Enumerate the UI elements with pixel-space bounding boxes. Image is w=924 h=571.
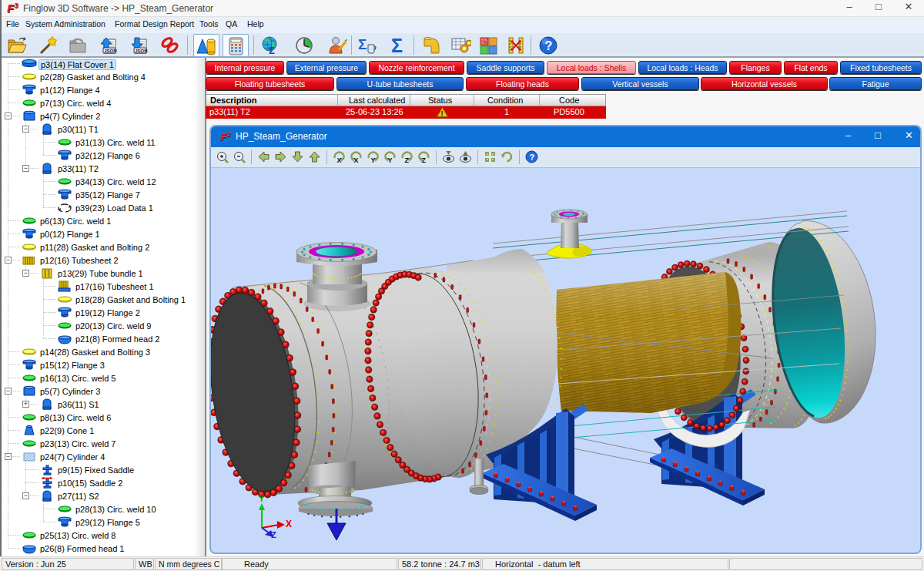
svg-text:Z: Z (422, 156, 427, 163)
svg-text:X: X (286, 519, 292, 529)
svg-text:Z: Z (271, 530, 276, 539)
svg-text:Y: Y (259, 494, 265, 503)
svg-text:Y: Y (388, 156, 393, 163)
svg-text:X: X (354, 156, 359, 163)
svg-text:Y: Y (371, 156, 376, 163)
svg-text:Σ: Σ (358, 36, 367, 52)
svg-text:?: ? (530, 153, 535, 162)
svg-text:JSON: JSON (104, 49, 116, 53)
svg-text:Σ: Σ (391, 35, 403, 56)
svg-text:JSON: JSON (135, 49, 147, 53)
svg-text:Z: Z (405, 156, 410, 163)
svg-text:!: ! (441, 109, 444, 117)
svg-text:X: X (337, 156, 342, 163)
svg-text:Σ: Σ (269, 45, 275, 56)
svg-text:?: ? (545, 39, 553, 52)
